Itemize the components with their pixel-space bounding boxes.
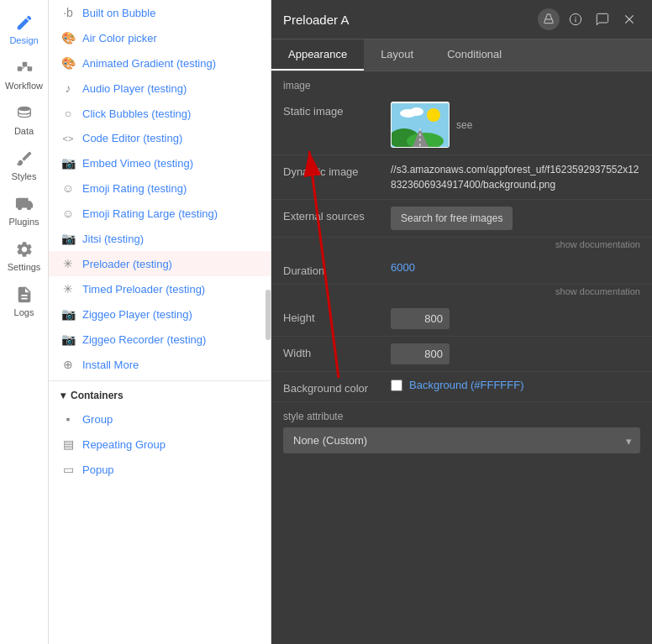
- plugin-item-popup[interactable]: ▭ Popup: [49, 457, 271, 482]
- plugin-item-animated-gradient[interactable]: 🎨 Animated Gradient (testing): [49, 50, 271, 76]
- tab-layout[interactable]: Layout: [364, 39, 430, 71]
- plugin-item-label: Click Bubbles (testing): [82, 107, 191, 120]
- design-icon: [15, 13, 34, 32]
- style-attribute-label: Style Attribute: [283, 411, 640, 422]
- plugin-item-label: Built on Bubble: [82, 7, 155, 19]
- jitsi-icon: 📷: [60, 232, 76, 245]
- svg-line-3: [22, 66, 24, 69]
- see-link[interactable]: see: [456, 119, 472, 131]
- plugin-item-audio-player[interactable]: ♪ Audio Player (testing): [49, 76, 271, 101]
- panel-header: Preloader A: [271, 0, 652, 39]
- sidebar-item-workflow[interactable]: Workflow: [0, 52, 48, 97]
- sidebar-item-design[interactable]: Design: [0, 7, 48, 52]
- tab-appearance[interactable]: Appearance: [271, 39, 364, 71]
- sidebar-item-styles[interactable]: Styles: [0, 143, 48, 188]
- sidebar-item-styles-label: Styles: [12, 171, 37, 181]
- sidebar-item-plugins[interactable]: Plugins: [0, 188, 48, 233]
- plugin-item-label: Group: [82, 413, 113, 426]
- plugin-item-air-color[interactable]: 🎨 Air Color picker: [49, 25, 271, 50]
- plugin-item-emoji-rating[interactable]: ☺ Emoji Rating (testing): [49, 175, 271, 201]
- plugins-icon: [15, 195, 34, 213]
- close-button[interactable]: [618, 8, 640, 30]
- height-label: Height: [283, 308, 384, 324]
- sidebar-item-settings-label: Settings: [8, 262, 41, 272]
- built-on-bubble-icon: ·b: [60, 6, 76, 19]
- background-color-label: Background color: [283, 379, 384, 395]
- panel-header-icons: [538, 8, 640, 30]
- plugin-item-timed-preloader[interactable]: ✳ Timed Preloader (testing): [49, 276, 271, 301]
- plugin-item-repeating-group[interactable]: ▤ Repeating Group: [49, 432, 271, 457]
- chat-button[interactable]: [592, 8, 613, 30]
- data-icon: [15, 104, 34, 123]
- styles-icon: [15, 149, 34, 168]
- svg-point-12: [427, 108, 440, 122]
- image-thumbnail[interactable]: [391, 102, 450, 148]
- close-icon: [623, 13, 635, 25]
- audio-icon: ♪: [60, 81, 76, 95]
- air-color-icon: 🎨: [60, 31, 76, 45]
- panel-title: Preloader A: [283, 13, 349, 27]
- sidebar-item-plugins-label: Plugins: [8, 217, 39, 227]
- plugin-item-built-on-bubble[interactable]: ·b Built on Bubble: [49, 0, 271, 25]
- tab-conditional[interactable]: Conditional: [430, 39, 518, 71]
- containers-arrow-icon: ▾: [60, 390, 66, 401]
- plugin-item-label: Code Editor (testing): [82, 132, 182, 144]
- preloader-icon: ✳: [60, 257, 76, 270]
- height-input[interactable]: [391, 308, 450, 329]
- info-button[interactable]: [565, 8, 586, 30]
- plugin-item-embed-vimeo[interactable]: 📷 Embed Vimeo (testing): [49, 150, 271, 175]
- plugin-item-group[interactable]: ▪ Group: [49, 406, 271, 432]
- static-image-row: Static image: [271, 95, 652, 155]
- background-color-link[interactable]: Background (#FFFFFF): [409, 379, 524, 391]
- sidebar-item-workflow-label: Workflow: [5, 81, 43, 91]
- sidebar-item-logs[interactable]: Logs: [0, 279, 48, 324]
- background-color-checkbox[interactable]: [391, 380, 402, 391]
- plugin-item-jitsi[interactable]: 📷 Jitsi (testing): [49, 226, 271, 251]
- style-attribute-section: Style Attribute None (Custom) ▾: [271, 402, 652, 457]
- width-input[interactable]: [391, 343, 450, 364]
- group-icon: ▪: [60, 412, 76, 426]
- static-image-container: see: [391, 102, 640, 148]
- flask-icon: [542, 13, 555, 26]
- containers-section-header: ▾ Containers: [49, 385, 271, 406]
- sidebar-item-data[interactable]: Data: [0, 97, 48, 143]
- logs-icon: [15, 285, 34, 304]
- duration-value: 6000: [391, 261, 640, 274]
- sidebar-item-settings[interactable]: Settings: [0, 233, 48, 279]
- plugin-item-ziggeo-player[interactable]: 📷 Ziggeo Player (testing): [49, 301, 271, 327]
- duration-number[interactable]: 6000: [391, 261, 415, 274]
- plugin-item-click-bubbles[interactable]: ○ Click Bubbles (testing): [49, 101, 271, 126]
- scrollbar-thumb[interactable]: [266, 290, 271, 340]
- animated-gradient-icon: 🎨: [60, 56, 76, 70]
- plugin-item-label: Ziggeo Recorder (testing): [82, 333, 206, 346]
- thumbnail-image: [392, 103, 449, 147]
- plugin-item-emoji-rating-large[interactable]: ☺ Emoji Rating Large (testing): [49, 201, 271, 226]
- plugin-item-label: Timed Preloader (testing): [82, 283, 205, 296]
- dynamic-image-value: //s3.amazonaws.com/appforest_uf/f1623592…: [391, 162, 640, 192]
- embed-vimeo-icon: 📷: [60, 156, 76, 170]
- style-dropdown-wrapper: None (Custom) ▾: [283, 427, 640, 453]
- click-bubbles-icon: ○: [60, 107, 76, 120]
- chat-icon: [596, 13, 609, 26]
- dynamic-image-text: //s3.amazonaws.com/appforest_uf/f1623592…: [391, 164, 639, 191]
- width-label: Width: [283, 343, 384, 359]
- plugin-item-code-editor[interactable]: <> Code Editor (testing): [49, 126, 271, 150]
- plugin-item-preloader[interactable]: ✳ Preloader (testing): [49, 251, 271, 276]
- show-documentation-link[interactable]: show documentation: [271, 238, 652, 254]
- info-icon: [569, 13, 582, 26]
- image-section-label: image: [271, 71, 652, 95]
- plugin-sidebar: ·b Built on Bubble 🎨 Air Color picker 🎨 …: [49, 0, 271, 644]
- plugin-item-label: Air Color picker: [82, 32, 157, 45]
- plugin-item-install-more[interactable]: ⊕ Install More: [49, 352, 271, 377]
- sidebar-item-logs-label: Logs: [14, 307, 34, 317]
- flask-button[interactable]: [538, 8, 560, 30]
- plugin-item-ziggeo-recorder[interactable]: 📷 Ziggeo Recorder (testing): [49, 327, 271, 352]
- show-documentation-duration-link[interactable]: show documentation: [271, 285, 652, 301]
- ziggeo-recorder-icon: 📷: [60, 332, 76, 346]
- search-images-button[interactable]: Search for free images: [391, 207, 513, 230]
- plugin-item-label: Jitsi (testing): [82, 233, 144, 245]
- timed-preloader-icon: ✳: [60, 282, 76, 296]
- height-row: Height: [271, 301, 652, 337]
- style-attribute-select[interactable]: None (Custom): [283, 427, 640, 453]
- duration-row: Duration 6000: [271, 254, 652, 285]
